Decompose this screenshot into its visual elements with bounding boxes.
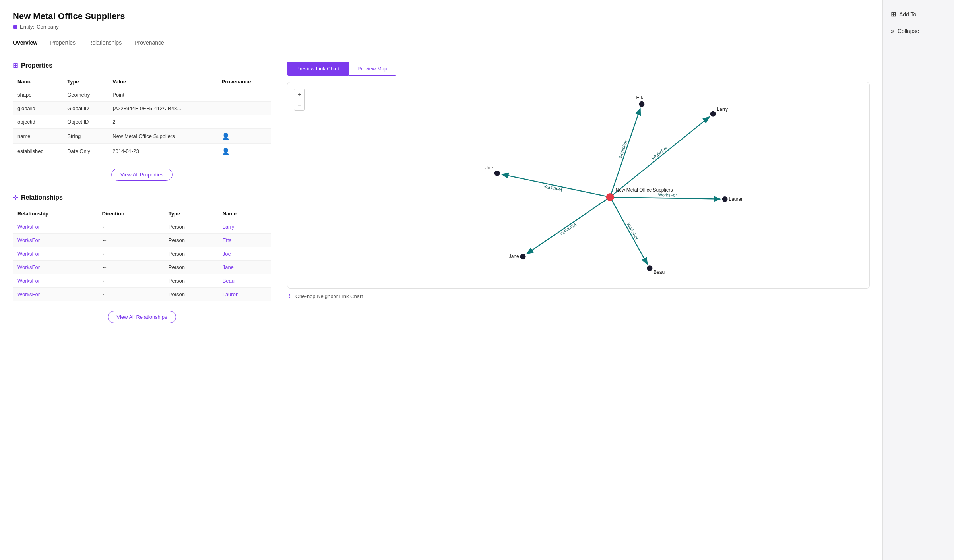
entity-type: Company: [37, 24, 59, 30]
node-label-jane: Jane: [509, 254, 519, 259]
prop-type: String: [62, 129, 108, 144]
rel-relationship[interactable]: WorksFor: [13, 247, 97, 261]
view-all-properties-button[interactable]: View All Properties: [111, 169, 173, 181]
tab-relationships[interactable]: Relationships: [88, 39, 122, 50]
prop-name: name: [13, 129, 62, 144]
prop-name: globalid: [13, 102, 62, 115]
collapse-button[interactable]: » Collapse: [889, 25, 948, 37]
props-row: shape Geometry Point: [13, 88, 271, 102]
node-label-larry: Larry: [717, 107, 728, 112]
rel-row: WorksFor ← Person Etta: [13, 234, 271, 247]
props-row: globalid Global ID {A228944F-0EF5-412A-B…: [13, 102, 271, 115]
zoom-in-button[interactable]: +: [294, 89, 305, 100]
prop-type: Geometry: [62, 88, 108, 102]
node-label-center: New Metal Office Suppliers: [616, 187, 673, 193]
rel-type: Person: [164, 288, 218, 301]
preview-link-chart-tab[interactable]: Preview Link Chart: [287, 62, 349, 76]
rel-relationship[interactable]: WorksFor: [13, 261, 97, 274]
rel-relationship[interactable]: WorksFor: [13, 220, 97, 234]
rel-relationship[interactable]: WorksFor: [13, 234, 97, 247]
rel-col-direction: Direction: [97, 207, 164, 220]
node-lauren[interactable]: [722, 196, 728, 202]
chart-footer-label: One-hop Neighbor Link Chart: [295, 293, 363, 299]
add-to-button[interactable]: ⊞ Add To: [889, 8, 948, 20]
rel-relationship[interactable]: WorksFor: [13, 274, 97, 288]
add-to-icon: ⊞: [891, 10, 896, 18]
provenance-empty: [217, 115, 271, 129]
preview-tabs: Preview Link Chart Preview Map: [287, 62, 870, 76]
node-beau[interactable]: [647, 265, 652, 271]
rel-name[interactable]: Larry: [218, 220, 271, 234]
zoom-controls: + −: [294, 89, 305, 111]
rel-name[interactable]: Beau: [218, 274, 271, 288]
properties-heading-text: Properties: [21, 62, 52, 69]
prop-name: objectid: [13, 115, 62, 129]
edge-label-larry: WorksFor: [651, 145, 669, 161]
rel-type: Person: [164, 234, 218, 247]
rel-relationship[interactable]: WorksFor: [13, 288, 97, 301]
rel-row: WorksFor ← Person Lauren: [13, 288, 271, 301]
page-container: New Metal Office Suppliers Entity: Compa…: [0, 0, 954, 560]
rel-name[interactable]: Etta: [218, 234, 271, 247]
prop-type: Global ID: [62, 102, 108, 115]
provenance-empty: [217, 88, 271, 102]
preview-map-tab[interactable]: Preview Map: [349, 62, 396, 76]
rel-type: Person: [164, 274, 218, 288]
sidebar-panel: ⊞ Add To » Collapse: [882, 0, 954, 560]
rel-name[interactable]: Joe: [218, 247, 271, 261]
svg-point-0: [606, 193, 614, 201]
edge-lauren: [610, 197, 719, 199]
entity-label: Entity: Company: [13, 24, 870, 30]
collapse-icon: »: [891, 27, 894, 35]
edge-label-lauren: WorksFor: [658, 192, 677, 198]
svg-point-2: [639, 101, 644, 107]
two-col-layout: ⊞ Properties Name Type Value Provenance: [13, 62, 870, 336]
tab-properties[interactable]: Properties: [50, 39, 76, 50]
entity-dot: [13, 25, 17, 29]
node-jane[interactable]: [520, 254, 526, 259]
props-row: objectid Object ID 2: [13, 115, 271, 129]
prop-type: Date Only: [62, 144, 108, 159]
relationships-heading-text: Relationships: [21, 194, 63, 201]
link-chart-svg: WorksForWorksForWorksForWorksForWorksFor…: [287, 82, 869, 288]
rel-type: Person: [164, 220, 218, 234]
chart-container: + − WorksForWorksForWorksForWorksForWork…: [287, 82, 870, 289]
view-all-relationships-button[interactable]: View All Relationships: [108, 311, 176, 323]
prop-value: {A228944F-0EF5-412A-B48...: [108, 102, 217, 115]
tab-overview[interactable]: Overview: [13, 39, 37, 50]
edge-jane: [527, 197, 610, 254]
node-joe[interactable]: [494, 171, 500, 176]
provenance-icon[interactable]: 👤: [217, 129, 271, 144]
rel-type: Person: [164, 261, 218, 274]
props-row: name String New Metal Office Suppliers 👤: [13, 129, 271, 144]
node-label-etta: Etta: [636, 95, 645, 101]
edge-joe: [502, 174, 610, 197]
node-larry[interactable]: [710, 111, 716, 117]
chart-footer: ⊹ One-hop Neighbor Link Chart: [287, 293, 870, 300]
rel-name[interactable]: Lauren: [218, 288, 271, 301]
properties-heading: ⊞ Properties: [13, 62, 271, 69]
rel-direction: ←: [97, 274, 164, 288]
props-col-value: Value: [108, 76, 217, 88]
node-etta[interactable]: [639, 101, 644, 107]
tabs-bar: Overview Properties Relationships Proven…: [13, 39, 870, 50]
rel-direction: ←: [97, 288, 164, 301]
prop-value: New Metal Office Suppliers: [108, 129, 217, 144]
edge-etta: [610, 109, 640, 197]
entity-label-text: Entity:: [20, 24, 34, 30]
provenance-icon[interactable]: 👤: [217, 144, 271, 159]
tab-provenance[interactable]: Provenance: [134, 39, 164, 50]
relationships-table: Relationship Direction Type Name WorksFo…: [13, 207, 271, 301]
rel-col-type: Type: [164, 207, 218, 220]
prop-value: 2014-01-23: [108, 144, 217, 159]
prop-type: Object ID: [62, 115, 108, 129]
props-col-type: Type: [62, 76, 108, 88]
prop-name: shape: [13, 88, 62, 102]
svg-point-5: [647, 265, 652, 271]
zoom-out-button[interactable]: −: [294, 100, 305, 111]
rel-col-relationship: Relationship: [13, 207, 97, 220]
node-center[interactable]: [606, 193, 614, 201]
props-col-name: Name: [13, 76, 62, 88]
rel-name[interactable]: Jane: [218, 261, 271, 274]
add-to-label: Add To: [899, 11, 916, 17]
